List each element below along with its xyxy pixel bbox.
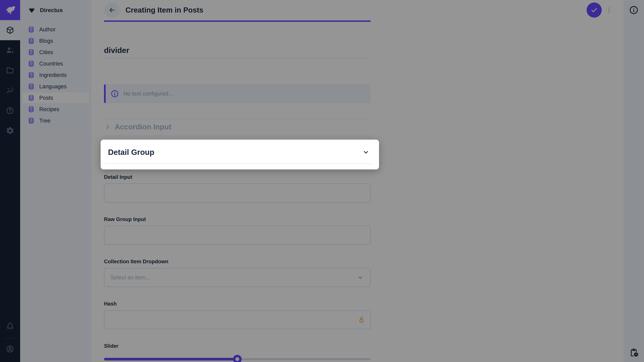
- collection-label: Blogs: [39, 38, 53, 44]
- directus-logo[interactable]: [0, 0, 20, 20]
- item-form: divider No text configured... Accordion …: [104, 45, 371, 362]
- collections-list: AuthorBlogsCitiesCountriesIngredientsLan…: [20, 20, 92, 127]
- sidebar-item-author[interactable]: Author: [22, 24, 89, 35]
- page-title: Creating Item in Posts: [126, 6, 204, 14]
- collection-label: Languages: [39, 83, 66, 90]
- kebab-icon: [606, 7, 612, 13]
- main-area: Creating Item in Posts divider: [92, 0, 624, 362]
- sidebar-item-cities[interactable]: Cities: [22, 47, 89, 58]
- project-name: Directus: [40, 7, 63, 13]
- notice-text: No text configured...: [124, 90, 173, 97]
- accordion-input-header[interactable]: Accordion Input: [104, 118, 371, 136]
- folder-icon: [6, 66, 14, 75]
- field-label: Detail Input: [104, 173, 371, 181]
- detail-input[interactable]: [104, 184, 371, 203]
- field-raw-group-input: Raw Group Input: [104, 216, 371, 245]
- sidebar-item-languages[interactable]: Languages: [22, 81, 89, 92]
- field-detail-input: Detail Input: [104, 173, 371, 203]
- pending-actions-icon: [629, 348, 639, 358]
- rabbit-logo-icon: [4, 4, 16, 16]
- users-icon: [6, 46, 14, 55]
- page-header: Creating Item in Posts: [92, 0, 624, 20]
- box-icon: [6, 26, 14, 34]
- insights-icon: [6, 86, 14, 95]
- right-sidebar: [624, 0, 644, 362]
- module-bar: [0, 0, 20, 362]
- collection-item-dropdown[interactable]: Select an item...: [104, 268, 371, 287]
- dropdown-placeholder: Select an item...: [110, 274, 150, 281]
- project-icon: [28, 6, 36, 14]
- chevron-down-icon: [357, 274, 364, 281]
- bell-icon: [6, 322, 14, 331]
- raw-group-input[interactable]: [104, 226, 371, 245]
- database-icon: [28, 106, 34, 113]
- field-slider: Slider: [104, 343, 371, 362]
- module-help[interactable]: [0, 100, 20, 121]
- directus-app: Directus AuthorBlogsCitiesCountriesIngre…: [0, 0, 644, 362]
- database-icon: [28, 60, 34, 67]
- database-icon: [28, 37, 34, 44]
- form-content: divider No text configured... Accordion …: [92, 20, 624, 362]
- module-insights[interactable]: [0, 80, 20, 100]
- project-chooser[interactable]: Directus: [20, 0, 92, 20]
- database-icon: [28, 83, 34, 90]
- collection-label: Author: [39, 26, 56, 33]
- slider[interactable]: [104, 355, 371, 362]
- sidebar-item-posts[interactable]: Posts: [22, 92, 89, 103]
- account-circle-icon: [6, 345, 14, 353]
- module-settings[interactable]: [0, 121, 20, 141]
- database-icon: [28, 94, 34, 101]
- field-label: Collection Item Dropdown: [104, 258, 371, 265]
- field-label: Raw Group Input: [104, 216, 371, 223]
- field-hash: Hash: [104, 300, 371, 329]
- divider-heading: divider: [104, 45, 371, 55]
- navigation-sidebar: Directus AuthorBlogsCitiesCountriesIngre…: [20, 0, 92, 362]
- field-collection-item-dropdown: Collection Item Dropdown Select an item.…: [104, 258, 371, 287]
- database-icon: [28, 49, 34, 56]
- collection-label: Recipes: [39, 106, 59, 112]
- account-button[interactable]: [0, 341, 20, 358]
- detail-group-divider: [105, 163, 371, 164]
- detail-group-header[interactable]: Detail Group: [100, 140, 379, 169]
- collection-label: Posts: [39, 95, 53, 101]
- sidebar-item-countries[interactable]: Countries: [22, 58, 89, 69]
- collection-label: Cities: [39, 49, 53, 55]
- divider-line: [104, 58, 371, 59]
- revisions-sidebar-button[interactable]: [629, 348, 639, 358]
- sidebar-item-blogs[interactable]: Blogs: [22, 35, 89, 46]
- chevron-down-icon[interactable]: [362, 148, 370, 156]
- slider-fill: [104, 358, 237, 361]
- help-icon: [6, 106, 14, 115]
- info-icon: [629, 5, 639, 15]
- chevron-right-icon: [104, 123, 111, 131]
- module-content[interactable]: [0, 20, 20, 40]
- slider-thumb[interactable]: [233, 355, 242, 362]
- check-icon: [590, 6, 598, 14]
- collection-label: Tree: [39, 117, 50, 124]
- detail-group-title: Detail Group: [108, 148, 154, 157]
- arrow-back-icon: [108, 6, 116, 14]
- collection-label: Ingredients: [39, 72, 66, 78]
- sidebar-item-tree[interactable]: Tree: [22, 115, 89, 126]
- notifications-button[interactable]: [0, 319, 20, 335]
- hash-input[interactable]: [104, 310, 371, 329]
- collection-label: Countries: [39, 60, 63, 67]
- module-user-directory[interactable]: [0, 40, 20, 60]
- gear-icon: [6, 126, 14, 135]
- lock-open-icon: [358, 316, 365, 324]
- module-bar-bottom: [0, 319, 20, 362]
- module-bar-divider: [5, 338, 16, 339]
- field-label: Hash: [104, 300, 371, 308]
- header-actions: [587, 2, 624, 17]
- back-button[interactable]: [104, 2, 120, 17]
- database-icon: [28, 117, 34, 124]
- sidebar-item-recipes[interactable]: Recipes: [22, 104, 89, 115]
- sidebar-item-ingredients[interactable]: Ingredients: [22, 70, 89, 80]
- database-icon: [28, 72, 34, 78]
- field-label: Slider: [104, 343, 371, 350]
- save-button[interactable]: [587, 2, 602, 17]
- more-options-button[interactable]: [605, 2, 613, 17]
- module-file-library[interactable]: [0, 60, 20, 80]
- info-sidebar-button[interactable]: [629, 5, 639, 15]
- accordion-title: Accordion Input: [115, 123, 171, 131]
